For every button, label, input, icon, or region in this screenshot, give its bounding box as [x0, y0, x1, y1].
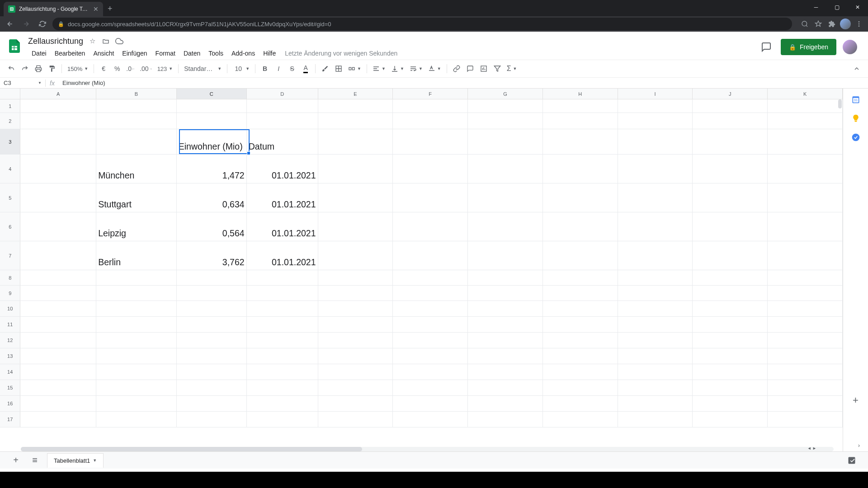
filter-button[interactable] [491, 63, 503, 75]
cell[interactable] [543, 113, 618, 129]
cell[interactable] [768, 286, 843, 301]
cell[interactable] [468, 99, 543, 113]
cell[interactable] [318, 286, 393, 301]
cell[interactable] [393, 412, 468, 427]
cell[interactable] [318, 241, 393, 270]
row-header[interactable]: 10 [0, 301, 20, 316]
menu-edit[interactable]: Bearbeiten [51, 48, 89, 59]
star-icon[interactable]: ☆ [88, 37, 97, 46]
column-header[interactable]: G [468, 89, 543, 99]
cell[interactable] [393, 270, 468, 286]
cell[interactable]: 3,762 [177, 241, 247, 270]
cell[interactable] [543, 99, 618, 113]
row-header[interactable]: 11 [0, 317, 20, 332]
zoom-dropdown[interactable]: 150%▼ [66, 66, 90, 72]
cell[interactable] [693, 317, 768, 333]
cell[interactable] [543, 333, 618, 348]
cell[interactable] [618, 270, 693, 286]
cell[interactable] [768, 301, 843, 317]
cell[interactable] [768, 396, 843, 412]
row-header[interactable]: 16 [0, 396, 20, 411]
row-header[interactable]: 17 [0, 412, 20, 427]
row-header[interactable]: 9 [0, 286, 20, 300]
cell[interactable] [318, 113, 393, 129]
cell[interactable] [468, 183, 543, 212]
row-header[interactable]: 4 [0, 155, 20, 183]
cell[interactable] [468, 241, 543, 270]
cell[interactable] [618, 348, 693, 364]
browser-tab[interactable]: Zellausrichtung - Google Tabelle ✕ [4, 2, 103, 16]
fill-color-button[interactable] [319, 63, 331, 75]
cell[interactable] [543, 396, 618, 412]
cell[interactable] [20, 317, 96, 333]
cell[interactable] [618, 113, 693, 129]
cell[interactable] [20, 241, 96, 270]
explore-button[interactable] [844, 453, 859, 468]
cell[interactable] [693, 380, 768, 396]
all-sheets-button[interactable]: ≡ [28, 455, 42, 465]
menu-icon[interactable] [854, 19, 864, 29]
cell[interactable] [468, 380, 543, 396]
cell[interactable] [177, 333, 247, 348]
cell[interactable] [693, 129, 768, 155]
cell[interactable] [693, 113, 768, 129]
cell[interactable] [543, 348, 618, 364]
cell[interactable] [177, 270, 247, 286]
percent-button[interactable]: % [111, 63, 123, 75]
cell[interactable] [247, 364, 318, 380]
cell[interactable] [693, 241, 768, 270]
cell[interactable] [393, 241, 468, 270]
cell[interactable] [247, 317, 318, 333]
back-button[interactable] [4, 18, 16, 30]
document-title[interactable]: Zellausrichtung [28, 37, 83, 46]
cell[interactable] [618, 380, 693, 396]
cell[interactable] [247, 348, 318, 364]
cell[interactable] [20, 380, 96, 396]
cell[interactable] [768, 348, 843, 364]
window-maximize-button[interactable]: ▢ [826, 0, 847, 14]
cell[interactable] [618, 241, 693, 270]
cell[interactable] [693, 270, 768, 286]
add-side-panel-button[interactable]: + [853, 394, 859, 406]
cell[interactable] [393, 364, 468, 380]
cell[interactable] [96, 333, 177, 348]
cell[interactable]: Einwohner (Mio) [177, 129, 247, 155]
cell[interactable] [768, 412, 843, 427]
cell[interactable] [618, 286, 693, 301]
cell[interactable] [768, 183, 843, 212]
column-header[interactable]: E [318, 89, 393, 99]
cell[interactable] [468, 212, 543, 241]
cell[interactable] [318, 396, 393, 412]
font-size-dropdown[interactable]: 10▼ [231, 65, 251, 72]
cell[interactable] [20, 364, 96, 380]
cell[interactable] [96, 270, 177, 286]
cell[interactable] [96, 286, 177, 301]
cell[interactable] [618, 183, 693, 212]
row-header[interactable]: 14 [0, 364, 20, 380]
cell[interactable] [543, 212, 618, 241]
cell[interactable] [468, 348, 543, 364]
cell[interactable] [693, 212, 768, 241]
cell[interactable] [393, 380, 468, 396]
cell[interactable] [693, 99, 768, 113]
column-header[interactable]: B [96, 89, 177, 99]
sheets-logo-icon[interactable] [5, 37, 24, 55]
cell[interactable] [20, 99, 96, 113]
cell[interactable] [318, 99, 393, 113]
strikethrough-button[interactable]: S [286, 63, 298, 75]
text-color-button[interactable]: A [300, 63, 311, 75]
cell[interactable] [543, 412, 618, 427]
cell[interactable] [20, 183, 96, 212]
cell[interactable] [20, 412, 96, 427]
cell[interactable] [618, 396, 693, 412]
formula-input[interactable]: Einwohner (Mio) [59, 80, 868, 86]
cell[interactable] [177, 99, 247, 113]
cell[interactable] [177, 364, 247, 380]
cell[interactable] [618, 99, 693, 113]
cell[interactable]: 01.01.2021 [247, 155, 318, 183]
cell[interactable] [96, 412, 177, 427]
font-family-dropdown[interactable]: Standard (...▼ [182, 65, 223, 72]
cell[interactable] [468, 333, 543, 348]
cell[interactable] [468, 113, 543, 129]
menu-file[interactable]: Datei [28, 48, 50, 59]
